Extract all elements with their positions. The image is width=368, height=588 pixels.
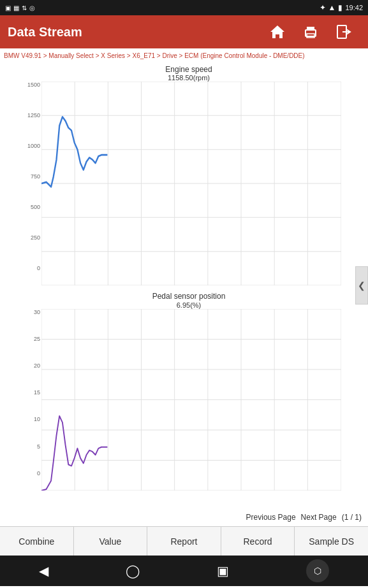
usb-icon: ⇅ bbox=[22, 4, 27, 11]
print-button[interactable] bbox=[294, 15, 327, 48]
prev-page-button[interactable]: Previous Page bbox=[246, 513, 296, 522]
chart1-y-1500: 1500 bbox=[22, 82, 40, 88]
chart2-y-5: 5 bbox=[22, 443, 40, 450]
battery-icon: ▮ bbox=[338, 3, 342, 12]
record-button[interactable]: Record bbox=[221, 527, 295, 556]
page-title: Data Stream bbox=[8, 25, 82, 39]
sample-ds-button[interactable]: Sample DS bbox=[295, 527, 368, 556]
chart2-value: 6.95(%) bbox=[22, 301, 355, 309]
chart1-y-1250: 1250 bbox=[22, 112, 40, 118]
chart1-value: 1158.50(rpm) bbox=[22, 74, 355, 82]
chevron-left-icon: ❮ bbox=[358, 280, 365, 290]
chart2-y-20: 20 bbox=[22, 362, 40, 369]
charts-area: ❮ Engine speed 1158.50(rpm) 0 250 500 75… bbox=[0, 62, 368, 508]
android-nav-bar: ◀ ◯ ▣ ⬡ bbox=[0, 556, 368, 586]
chart2-y-0: 0 bbox=[22, 470, 40, 477]
chart2-y-25: 25 bbox=[22, 336, 40, 342]
chart2-svg: 0 20 40 60 80 100 120 140 160 180 bbox=[41, 309, 341, 491]
chart2-area: 0 5 10 15 20 25 30 bbox=[22, 309, 355, 491]
home-button[interactable] bbox=[261, 15, 294, 48]
chart2-y-30: 30 bbox=[22, 309, 40, 315]
chart2-y-10: 10 bbox=[22, 416, 40, 422]
back-button[interactable]: ◀ bbox=[39, 563, 48, 578]
report-button[interactable]: Report bbox=[147, 527, 221, 556]
svg-rect-1 bbox=[307, 27, 314, 31]
chart1-y-1000: 1000 bbox=[22, 143, 40, 149]
exit-button[interactable] bbox=[327, 15, 360, 48]
camera-icon: ⬡ bbox=[314, 566, 321, 576]
time-display: 19:42 bbox=[345, 4, 363, 11]
bluetooth-icon: ✦ bbox=[320, 3, 326, 12]
chart1-y-0: 0 bbox=[22, 265, 40, 271]
breadcrumb-text: BMW V49.91 > Manually Select > X Series … bbox=[4, 52, 305, 59]
camera-button[interactable]: ⬡ bbox=[306, 559, 329, 582]
status-right: ✦ ▲ ▮ 19:42 bbox=[320, 3, 363, 12]
bottom-toolbar: Combine Value Report Record Sample DS bbox=[0, 526, 368, 556]
status-bar: ▣ ▦ ⇅ ◎ ✦ ▲ ▮ 19:42 bbox=[0, 0, 368, 15]
collapse-button[interactable]: ❮ bbox=[355, 266, 368, 305]
combine-button[interactable]: Combine bbox=[0, 527, 74, 556]
chart1-container: Engine speed 1158.50(rpm) 0 250 500 750 … bbox=[0, 62, 368, 287]
app-icon-4: ◎ bbox=[29, 4, 35, 11]
chart1-y-250: 250 bbox=[22, 234, 40, 241]
chart2-container: Pedal sensor position 6.95(%) 0 5 10 15 … bbox=[0, 289, 368, 491]
pagination-bar: Previous Page Next Page (1 / 1) bbox=[0, 508, 368, 526]
chart1-y-750: 750 bbox=[22, 173, 40, 180]
wifi-icon: ▲ bbox=[328, 3, 336, 12]
chart1-svg: 0 20 40 60 80 100 120 140 160 180 bbox=[41, 82, 341, 285]
chart1-y-500: 500 bbox=[22, 204, 40, 210]
value-button[interactable]: Value bbox=[74, 527, 148, 556]
header: Data Stream bbox=[0, 15, 368, 48]
chart2-title: Pedal sensor position bbox=[22, 292, 355, 301]
app-icon-2: ▦ bbox=[13, 4, 19, 11]
app-icon-1: ▣ bbox=[5, 4, 11, 11]
breadcrumb: BMW V49.91 > Manually Select > X Series … bbox=[0, 48, 368, 62]
next-page-button[interactable]: Next Page bbox=[301, 513, 337, 522]
header-actions bbox=[261, 15, 360, 48]
home-nav-button[interactable]: ◯ bbox=[126, 563, 140, 578]
chart1-title: Engine speed bbox=[22, 65, 355, 74]
recents-button[interactable]: ▣ bbox=[217, 563, 229, 578]
status-icons-left: ▣ ▦ ⇅ ◎ bbox=[5, 4, 35, 11]
pagination-info: (1 / 1) bbox=[342, 513, 362, 522]
chart1-area: 0 250 500 750 1000 1250 1500 bbox=[22, 82, 355, 285]
chart2-y-15: 15 bbox=[22, 389, 40, 396]
